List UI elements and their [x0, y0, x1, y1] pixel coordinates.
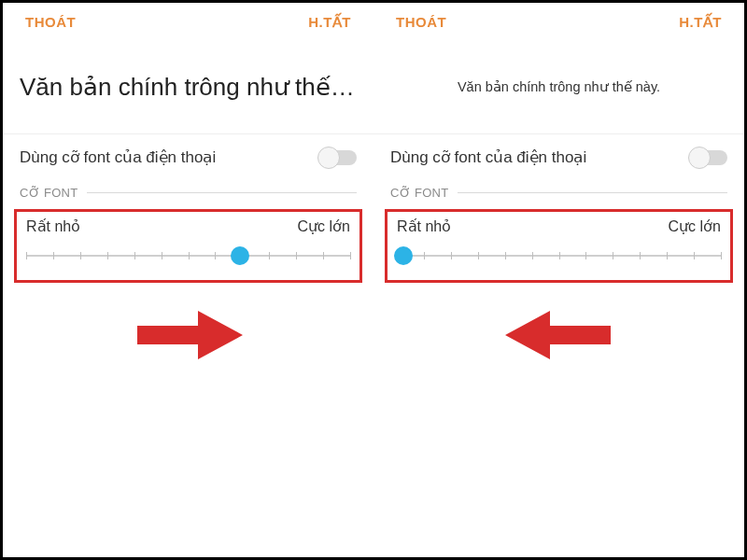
- done-button[interactable]: H.TẤT: [308, 14, 351, 31]
- slider-tick: [107, 252, 108, 259]
- slider-tick: [350, 252, 351, 259]
- slider-tick: [134, 252, 135, 259]
- exit-button[interactable]: THOÁT: [396, 14, 446, 31]
- header: THOÁT H.TẤT: [3, 3, 374, 40]
- slider-tick: [694, 252, 695, 259]
- slider-min-label: Rất nhỏ: [397, 217, 451, 235]
- slider-tick: [451, 252, 452, 259]
- done-button[interactable]: H.TẤT: [679, 14, 722, 31]
- font-size-slider-block: Rất nhỏ Cực lớn: [385, 209, 733, 283]
- slider-tick: [296, 252, 297, 259]
- use-phone-font-row: Dùng cỡ font của điện thoại: [374, 133, 744, 180]
- font-size-slider[interactable]: [26, 246, 350, 265]
- slider-tick: [53, 252, 54, 259]
- slider-max-label: Cực lớn: [298, 217, 350, 235]
- pane-left: THOÁT H.TẤT Văn bản chính trông như thế …: [3, 3, 374, 557]
- use-phone-font-label: Dùng cỡ font của điện thoại: [20, 147, 216, 167]
- slider-min-label: Rất nhỏ: [26, 217, 80, 235]
- slider-tick: [269, 252, 270, 259]
- slider-tick: [162, 252, 162, 259]
- arrow-indicator: [3, 309, 374, 361]
- slider-tick: [613, 252, 613, 259]
- preview-text: Văn bản chính trông như thế này.: [390, 79, 727, 94]
- preview-area: Văn bản chính trông như thế này.: [3, 40, 374, 133]
- slider-tick: [640, 252, 641, 259]
- exit-button[interactable]: THOÁT: [25, 14, 76, 31]
- slider-thumb[interactable]: [231, 246, 249, 265]
- preview-area: Văn bản chính trông như thế này.: [374, 40, 744, 133]
- slider-labels: Rất nhỏ Cực lớn: [397, 217, 721, 235]
- arrow-right-icon: [133, 309, 245, 361]
- slider-tick: [559, 252, 560, 259]
- slider-tick: [323, 252, 324, 259]
- slider-labels: Rất nhỏ Cực lớn: [26, 217, 350, 235]
- slider-tick: [478, 252, 479, 259]
- section-divider: [458, 192, 727, 193]
- font-size-slider-block: Rất nhỏ Cực lớn: [14, 209, 362, 283]
- pane-right: THOÁT H.TẤT Văn bản chính trông như thế …: [374, 3, 744, 557]
- slider-tick: [215, 252, 216, 259]
- slider-tick: [532, 252, 533, 259]
- use-phone-font-toggle[interactable]: [319, 150, 357, 165]
- font-size-section-header: CỠ FONT: [3, 180, 374, 203]
- slider-tick: [424, 252, 425, 259]
- slider-tick: [26, 252, 27, 259]
- font-size-section-title: CỠ FONT: [390, 186, 448, 200]
- use-phone-font-label: Dùng cỡ font của điện thoại: [390, 147, 586, 167]
- preview-text: Văn bản chính trông như thế này.: [20, 73, 357, 102]
- slider-tick: [505, 252, 506, 259]
- font-size-section-title: CỠ FONT: [20, 186, 78, 200]
- use-phone-font-row: Dùng cỡ font của điện thoại: [3, 133, 374, 180]
- section-divider: [87, 192, 357, 193]
- slider-tick: [585, 252, 586, 259]
- font-size-section-header: CỠ FONT: [374, 180, 744, 203]
- slider-tick: [189, 252, 190, 259]
- toggle-knob: [688, 147, 711, 169]
- toggle-knob: [317, 147, 340, 169]
- slider-tick: [667, 252, 668, 259]
- slider-tick: [721, 252, 722, 259]
- font-size-slider[interactable]: [397, 246, 721, 265]
- slider-thumb[interactable]: [394, 246, 413, 265]
- arrow-indicator: [374, 309, 744, 361]
- slider-tick: [80, 252, 81, 259]
- use-phone-font-toggle[interactable]: [690, 150, 727, 165]
- arrow-left-icon: [503, 309, 615, 361]
- header: THOÁT H.TẤT: [374, 3, 744, 40]
- slider-max-label: Cực lớn: [669, 217, 721, 235]
